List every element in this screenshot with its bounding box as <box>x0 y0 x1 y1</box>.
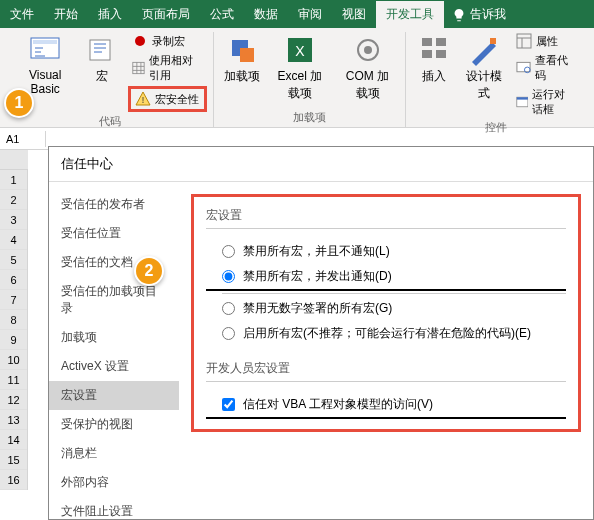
opt2-label: 禁用所有宏，并发出通知(D) <box>243 268 392 285</box>
trust-center-title: 信任中心 <box>49 147 593 181</box>
row-headers: 1 2 3 4 5 6 7 8 9 10 11 12 13 14 15 16 <box>0 170 28 490</box>
properties-button[interactable]: 属性 <box>512 32 580 50</box>
warning-icon: ! <box>135 91 151 107</box>
row-header[interactable]: 4 <box>0 230 27 250</box>
nav-fileblock[interactable]: 文件阻止设置 <box>49 497 179 520</box>
row-header[interactable]: 11 <box>0 370 27 390</box>
tab-developer[interactable]: 开发工具 <box>376 1 444 28</box>
excel-addin-label: Excel 加载项 <box>272 68 328 102</box>
row-header[interactable]: 14 <box>0 430 27 450</box>
row-header[interactable]: 6 <box>0 270 27 290</box>
svg-rect-12 <box>422 38 432 46</box>
view-code-button[interactable]: 查看代码 <box>512 52 580 84</box>
ribbon-body: Visual Basic 宏 录制宏 使用相对引用 ! 宏安全性 <box>0 28 594 128</box>
nav-publishers[interactable]: 受信任的发布者 <box>49 190 179 219</box>
macro-opt-disable-no-notify[interactable]: 禁用所有宏，并且不通知(L) <box>206 239 566 264</box>
checkbox-input[interactable] <box>222 398 235 411</box>
vb-icon <box>29 34 61 66</box>
nav-protected[interactable]: 受保护的视图 <box>49 410 179 439</box>
row-header[interactable]: 5 <box>0 250 27 270</box>
row-header[interactable]: 2 <box>0 190 27 210</box>
tell-me[interactable]: 告诉我 <box>444 1 514 28</box>
row-header[interactable]: 9 <box>0 330 27 350</box>
nav-locations[interactable]: 受信任位置 <box>49 219 179 248</box>
security-label: 宏安全性 <box>155 92 199 107</box>
tab-view[interactable]: 视图 <box>332 1 376 28</box>
nav-activex[interactable]: ActiveX 设置 <box>49 352 179 381</box>
row-header[interactable]: 15 <box>0 450 27 470</box>
insert-control-button[interactable]: 插入 <box>412 32 456 87</box>
highlighted-settings: 宏设置 禁用所有宏，并且不通知(L) 禁用所有宏，并发出通知(D) 禁用无数字签… <box>191 194 581 432</box>
separator <box>222 293 566 294</box>
relative-ref-button[interactable]: 使用相对引用 <box>128 52 206 84</box>
tab-insert[interactable]: 插入 <box>88 1 132 28</box>
nav-catalogs[interactable]: 受信任的加载项目录 <box>49 277 179 323</box>
radio-input[interactable] <box>222 270 235 283</box>
insert-icon <box>418 34 450 66</box>
name-box[interactable]: A1 <box>0 131 46 147</box>
macros-button[interactable]: 宏 <box>80 32 124 87</box>
svg-rect-16 <box>490 38 496 44</box>
row-header[interactable]: 16 <box>0 470 27 490</box>
props-icon <box>516 33 532 49</box>
radio-input[interactable] <box>222 245 235 258</box>
design-mode-button[interactable]: 设计模式 <box>460 32 508 104</box>
nav-msgbar[interactable]: 消息栏 <box>49 439 179 468</box>
nav-external[interactable]: 外部内容 <box>49 468 179 497</box>
tab-home[interactable]: 开始 <box>44 1 88 28</box>
row-header[interactable]: 7 <box>0 290 27 310</box>
tab-layout[interactable]: 页面布局 <box>132 1 200 28</box>
nav-macros[interactable]: 宏设置 <box>49 381 179 410</box>
trust-vba-label: 信任对 VBA 工程对象模型的访问(V) <box>243 396 433 413</box>
rundialog-label: 运行对话框 <box>532 87 576 117</box>
macro-opt-enable-all[interactable]: 启用所有宏(不推荐；可能会运行有潜在危险的代码)(E) <box>206 321 566 346</box>
tab-review[interactable]: 审阅 <box>288 1 332 28</box>
com-label: COM 加载项 <box>340 68 395 102</box>
nav-addins[interactable]: 加载项 <box>49 323 179 352</box>
svg-text:!: ! <box>142 95 145 105</box>
svg-rect-1 <box>33 40 57 44</box>
trust-center-dialog: 信任中心 受信任的发布者 受信任位置 受信任的文档 受信任的加载项目录 加载项 … <box>48 146 594 520</box>
row-header[interactable]: 1 <box>0 170 27 190</box>
macro-opt-disable-notify[interactable]: 禁用所有宏，并发出通知(D) <box>206 264 566 291</box>
macro-opt-disable-unsigned[interactable]: 禁用无数字签署的所有宏(G) <box>206 296 566 321</box>
svg-rect-17 <box>517 34 531 48</box>
row-header[interactable]: 10 <box>0 350 27 370</box>
radio-input[interactable] <box>222 302 235 315</box>
record-label: 录制宏 <box>152 34 185 49</box>
row-header[interactable]: 12 <box>0 390 27 410</box>
trust-nav: 受信任的发布者 受信任位置 受信任的文档 受信任的加载项目录 加载项 Activ… <box>49 182 179 520</box>
design-icon <box>468 34 500 66</box>
addin-label: 加载项 <box>224 68 260 85</box>
macro-security-button[interactable]: ! 宏安全性 <box>128 86 206 112</box>
com-addins-button[interactable]: COM 加载项 <box>336 32 399 104</box>
relative-label: 使用相对引用 <box>149 53 202 83</box>
callout-badge-1: 1 <box>4 88 34 118</box>
col-headers <box>0 150 28 170</box>
row-header[interactable]: 8 <box>0 310 27 330</box>
svg-text:X: X <box>295 43 305 59</box>
tab-formula[interactable]: 公式 <box>200 1 244 28</box>
record-macro-button[interactable]: 录制宏 <box>128 32 206 50</box>
row-header[interactable]: 13 <box>0 410 27 430</box>
group-addins: 加载项 X Excel 加载项 COM 加载项 加载项 <box>214 32 406 127</box>
radio-input[interactable] <box>222 327 235 340</box>
trust-vba-checkbox-row[interactable]: 信任对 VBA 工程对象模型的访问(V) <box>206 392 566 419</box>
excel-addins-button[interactable]: X Excel 加载项 <box>268 32 332 104</box>
opt3-label: 禁用无数字签署的所有宏(G) <box>243 300 392 317</box>
tab-file[interactable]: 文件 <box>0 1 44 28</box>
controls-group-label: 控件 <box>485 118 507 137</box>
svg-point-3 <box>135 36 145 46</box>
lightbulb-icon <box>452 8 466 22</box>
viewcode-label: 查看代码 <box>535 53 576 83</box>
macro-settings-title: 宏设置 <box>206 207 566 229</box>
tab-data[interactable]: 数据 <box>244 1 288 28</box>
run-dialog-button[interactable]: 运行对话框 <box>512 86 580 118</box>
svg-rect-7 <box>240 48 254 62</box>
addins-button[interactable]: 加载项 <box>220 32 264 87</box>
code-icon <box>516 60 531 76</box>
com-icon <box>352 34 384 66</box>
group-code: Visual Basic 宏 录制宏 使用相对引用 ! 宏安全性 <box>8 32 214 127</box>
row-header[interactable]: 3 <box>0 210 27 230</box>
opt4-label: 启用所有宏(不推荐；可能会运行有潜在危险的代码)(E) <box>243 325 531 342</box>
